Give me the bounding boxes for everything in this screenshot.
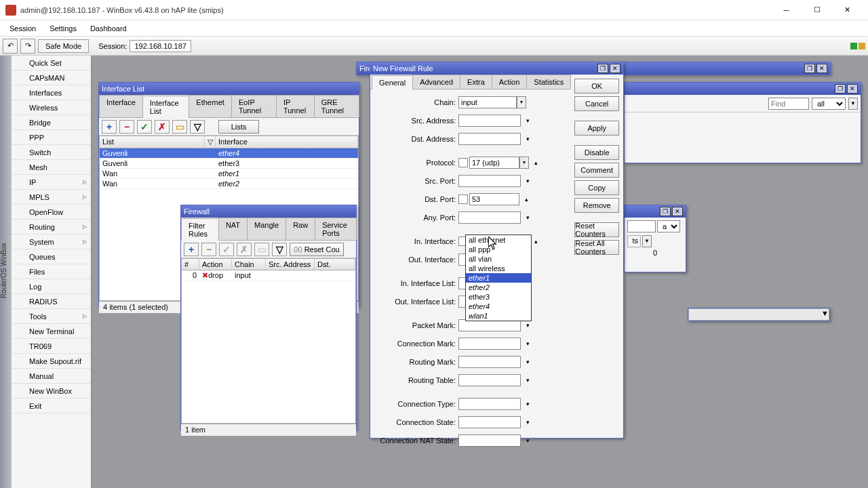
filter-button[interactable]: ▽ xyxy=(190,120,205,134)
bg-restore-icon[interactable]: ❐ xyxy=(804,64,815,73)
menu-item-wireless[interactable]: Wireless xyxy=(12,100,91,115)
menu-item-exit[interactable]: Exit xyxy=(12,399,91,413)
copy-button[interactable]: Copy xyxy=(574,180,619,195)
menu-item-queues[interactable]: Queues xyxy=(12,249,91,264)
bg-restore-icon[interactable]: ❐ xyxy=(835,84,846,94)
tab-advanced[interactable]: Advanced xyxy=(412,75,460,89)
firewall-title[interactable]: Firewall xyxy=(181,205,356,218)
menu-item-capsman[interactable]: CAPsMAN xyxy=(12,70,91,85)
menu-item-new-winbox[interactable]: New WinBox xyxy=(12,384,91,399)
enable-button[interactable]: ✓ xyxy=(137,120,152,134)
dropdown-option-wlan1[interactable]: wlan1 xyxy=(466,311,531,321)
dropdown-option-all-ethernet[interactable]: all ethernet xyxy=(466,235,531,245)
disable-button[interactable]: Disable xyxy=(574,145,619,160)
minimize-button[interactable]: ─ xyxy=(771,1,802,20)
tab-ip-tunnel[interactable]: IP Tunnel xyxy=(276,95,315,117)
interface-list-row[interactable]: Guvenliether4 xyxy=(100,148,358,159)
bg-restore-icon[interactable]: ❐ xyxy=(660,207,671,216)
input-routing_table[interactable] xyxy=(458,374,521,386)
col-list[interactable]: List xyxy=(100,136,205,148)
dropdown-icon[interactable]: ▼ xyxy=(642,235,652,247)
maximize-button[interactable]: ☐ xyxy=(802,1,832,20)
cancel-button[interactable]: Cancel xyxy=(574,96,619,111)
new-rule-title[interactable]: New Firewall Rule ❐ ✕ xyxy=(370,62,623,75)
chain-dropdown-icon[interactable]: ▾ xyxy=(517,96,526,108)
input-src_addr[interactable] xyxy=(458,115,521,127)
tab-gre-tunnel[interactable]: GRE Tunnel xyxy=(314,95,359,117)
remove-button[interactable]: − xyxy=(201,243,216,256)
reset-counters-button[interactable]: 00 Reset Cou xyxy=(290,243,344,256)
filter-button[interactable]: ▽ xyxy=(272,243,287,256)
protocol-expand-icon[interactable]: ▴ xyxy=(531,157,540,169)
input-dst_port[interactable] xyxy=(469,193,519,205)
menu-item-switch[interactable]: Switch xyxy=(12,145,91,160)
menu-item-tools[interactable]: Tools▷ xyxy=(12,309,91,324)
dropdown-option-ether3[interactable]: ether3 xyxy=(466,292,531,302)
add-button[interactable]: + xyxy=(102,120,117,134)
tab-eoip-tunnel[interactable]: EoIP Tunnel xyxy=(231,95,277,117)
menu-item-bridge[interactable]: Bridge xyxy=(12,115,91,130)
conn_nat_state-expand-icon[interactable]: ▾ xyxy=(523,434,532,447)
menu-item-ppp[interactable]: PPP xyxy=(12,130,91,145)
bg-close-icon[interactable]: ▼ xyxy=(821,309,829,320)
bg-close-icon[interactable]: ✕ xyxy=(672,207,683,216)
dropdown-option-ether4[interactable]: ether4 xyxy=(466,302,531,311)
reset-all-counters-button[interactable]: Reset All Counters xyxy=(574,240,619,255)
remove-button[interactable]: − xyxy=(119,120,134,134)
add-button[interactable]: + xyxy=(184,243,199,256)
apply-button[interactable]: Apply xyxy=(574,121,619,136)
menu-settings[interactable]: Settings xyxy=(43,22,83,35)
menu-item-make-supout-rif[interactable]: Make Supout.rif xyxy=(12,354,91,369)
redo-button[interactable]: ↷ xyxy=(20,39,35,54)
dst_port-expand-icon[interactable]: ▴ xyxy=(521,193,531,205)
tab-raw[interactable]: Raw xyxy=(285,218,315,240)
lists-button[interactable]: Lists xyxy=(218,120,259,134)
disable-button[interactable]: ✗ xyxy=(237,243,252,256)
dropdown-option-ether1[interactable]: ether1 xyxy=(466,273,531,283)
input-protocol[interactable] xyxy=(469,157,519,169)
negate-dst_port[interactable] xyxy=(458,195,468,204)
dropdown-icon[interactable]: ▼ xyxy=(848,98,858,110)
src_addr-expand-icon[interactable]: ▾ xyxy=(523,115,532,127)
menu-item-tr069[interactable]: TR069 xyxy=(12,339,91,354)
tab-extra[interactable]: Extra xyxy=(460,75,492,89)
comment-button[interactable]: Comment xyxy=(574,163,619,178)
in_iface-expand-icon[interactable]: ▴ xyxy=(531,235,540,247)
menu-item-mpls[interactable]: MPLS▷ xyxy=(12,190,91,205)
menu-item-openflow[interactable]: OpenFlow xyxy=(12,205,91,220)
tab-action[interactable]: Action xyxy=(492,75,528,89)
protocol-dropdown-icon[interactable]: ▾ xyxy=(519,157,529,169)
dropdown-option-all-ppp[interactable]: all ppp xyxy=(466,245,531,254)
tab-service-ports[interactable]: Service Ports xyxy=(315,218,357,240)
input-conn_mark[interactable] xyxy=(458,338,521,350)
menu-item-routing[interactable]: Routing▷ xyxy=(12,220,91,235)
input-routing_mark[interactable] xyxy=(458,356,521,368)
input-conn_type[interactable] xyxy=(458,398,521,410)
menu-dashboard[interactable]: Dashboard xyxy=(83,22,134,35)
undo-button[interactable]: ↶ xyxy=(3,39,18,54)
tab-nat[interactable]: NAT xyxy=(218,218,248,240)
input-any_port[interactable] xyxy=(458,211,521,224)
menu-item-ip[interactable]: IP▷ xyxy=(12,175,91,190)
restore-icon[interactable]: ❐ xyxy=(597,64,608,73)
input-src_port[interactable] xyxy=(458,175,521,187)
col-dst[interactable]: Dst. xyxy=(315,259,355,270)
comment-button[interactable]: ▭ xyxy=(254,243,269,256)
interface-list-row[interactable]: Wanether2 xyxy=(100,179,358,189)
bg-close-icon[interactable]: ✕ xyxy=(816,64,827,73)
any_port-expand-icon[interactable]: ▾ xyxy=(523,211,532,224)
bg-close-icon[interactable]: ✕ xyxy=(847,84,858,94)
enable-button[interactable]: ✓ xyxy=(219,243,234,256)
menu-item-interfaces[interactable]: Interfaces xyxy=(12,85,91,100)
interface-list-title[interactable]: Interface List xyxy=(99,83,359,95)
routing_table-expand-icon[interactable]: ▾ xyxy=(523,374,532,386)
src_port-expand-icon[interactable]: ▾ xyxy=(523,175,532,187)
bg-all-select[interactable]: all xyxy=(657,220,680,232)
firewall-row[interactable]: 0 ✖drop input xyxy=(182,270,355,281)
menu-item-files[interactable]: Files xyxy=(12,264,91,279)
find-input[interactable] xyxy=(768,98,809,110)
comment-button[interactable]: ▭ xyxy=(172,120,187,134)
menu-item-radius[interactable]: RADIUS xyxy=(12,294,91,309)
col-num[interactable]: # xyxy=(182,259,199,270)
dropdown-option-all-wireless[interactable]: all wireless xyxy=(466,264,531,273)
